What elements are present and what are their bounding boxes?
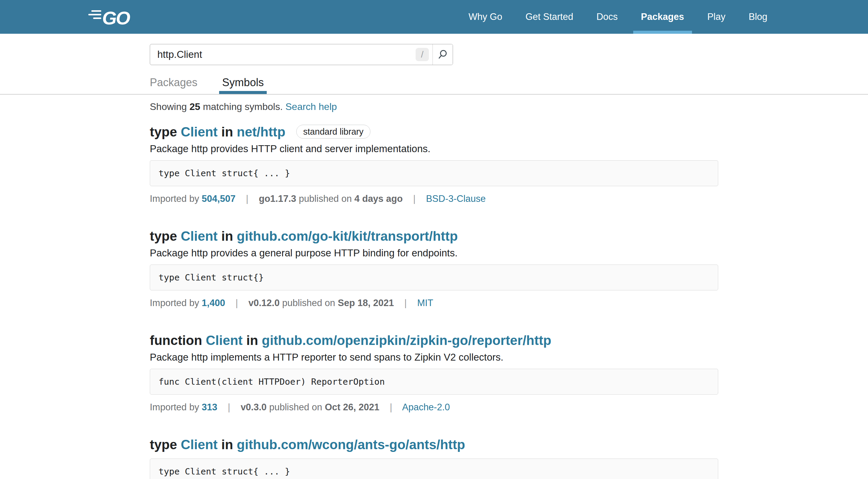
imported-by-label: Imported by (150, 402, 199, 412)
symbol-kind: type (150, 437, 177, 452)
tab-active-underline (219, 91, 267, 94)
symbol-kind: function (150, 333, 202, 348)
tab-packages[interactable]: Packages (150, 76, 197, 94)
main-nav: Why Go Get Started Docs Packages Play Bl… (461, 0, 775, 34)
nav-item-packages[interactable]: Packages (633, 0, 692, 34)
result-meta: Imported by 1,400 | v0.12.0 published on… (150, 297, 718, 309)
code-snippet: type Client struct{ ... } (150, 160, 718, 186)
imported-by-count-link[interactable]: 504,507 (202, 193, 236, 204)
published-on-label: published on (299, 193, 352, 204)
symbol-kind: type (150, 124, 177, 139)
published-on-label: published on (269, 402, 322, 412)
result-heading: function Client in github.com/openzipkin… (150, 332, 718, 349)
connector: in (221, 124, 233, 139)
meta-separator: | (246, 193, 248, 204)
status-mid: matching symbols. (203, 101, 283, 112)
site-header: GO Why Go Get Started Docs Packages Play… (0, 0, 868, 34)
license-link[interactable]: Apache-2.0 (402, 402, 450, 412)
search-result: type Client in net/http standard library… (150, 124, 718, 205)
results-list: type Client in net/http standard library… (150, 124, 718, 479)
search-result: type Client in github.com/wcong/ants-go/… (150, 436, 718, 479)
imported-by-count-link[interactable]: 313 (202, 402, 217, 412)
package-link[interactable]: github.com/openzipkin/zipkin-go/reporter… (262, 333, 552, 348)
nav-active-underline (633, 31, 692, 34)
published-on-label: published on (282, 298, 335, 308)
published-date: Oct 26, 2021 (325, 402, 379, 412)
nav-item-why-go[interactable]: Why Go (461, 0, 510, 34)
result-heading: type Client in github.com/wcong/ants-go/… (150, 436, 718, 453)
license-link[interactable]: BSD-3-Clause (426, 193, 486, 204)
result-meta: Imported by 313 | v0.3.0 published on Oc… (150, 401, 718, 413)
version-label: go1.17.3 (259, 193, 296, 204)
svg-text:GO: GO (102, 7, 130, 27)
result-description: Package http provides HTTP client and se… (150, 142, 718, 155)
go-logo[interactable]: GO (88, 7, 137, 27)
symbol-link[interactable]: Client (206, 333, 243, 348)
symbol-link[interactable]: Client (181, 437, 218, 452)
tabs-divider (0, 94, 868, 95)
symbol-link[interactable]: Client (181, 229, 218, 244)
meta-separator: | (236, 298, 238, 308)
symbol-link[interactable]: Client (181, 124, 218, 139)
connector: in (221, 437, 233, 452)
result-heading: type Client in net/http standard library (150, 124, 718, 140)
meta-separator: | (404, 298, 407, 308)
package-link[interactable]: github.com/go-kit/kit/transport/http (237, 229, 458, 244)
go-logo-icon: GO (88, 7, 137, 27)
published-date: Sep 18, 2021 (338, 298, 394, 308)
standard-library-badge: standard library (296, 125, 370, 138)
search-icon (438, 50, 448, 60)
search-input[interactable] (150, 44, 415, 65)
nav-item-play[interactable]: Play (700, 0, 733, 34)
result-description: Package http implements a HTTP reporter … (150, 351, 718, 364)
imported-by-label: Imported by (150, 298, 199, 308)
result-heading: type Client in github.com/go-kit/kit/tra… (150, 228, 718, 245)
license-link[interactable]: MIT (417, 298, 433, 308)
package-link[interactable]: net/http (237, 124, 285, 139)
result-count: 25 (190, 101, 200, 112)
search-result: type Client in github.com/go-kit/kit/tra… (150, 228, 718, 309)
keyboard-shortcut-hint: / (415, 48, 429, 61)
search-box: / (150, 44, 453, 65)
nav-item-docs[interactable]: Docs (589, 0, 626, 34)
code-snippet: type Client struct{ ... } (150, 458, 718, 479)
code-snippet: func Client(client HTTPDoer) ReporterOpt… (150, 369, 718, 395)
result-description: Package http provides a general purpose … (150, 247, 718, 260)
search-help-link[interactable]: Search help (285, 101, 337, 112)
search-result: function Client in github.com/openzipkin… (150, 332, 718, 413)
nav-item-blog[interactable]: Blog (741, 0, 775, 34)
nav-item-get-started[interactable]: Get Started (518, 0, 581, 34)
search-button[interactable] (433, 44, 453, 65)
result-meta: Imported by 504,507 | go1.17.3 published… (150, 193, 718, 205)
search-row: / (150, 34, 718, 65)
code-snippet: type Client struct{} (150, 264, 718, 290)
published-date: 4 days ago (354, 193, 403, 204)
version-label: v0.3.0 (241, 402, 267, 412)
result-tabs: Packages Symbols (150, 76, 718, 94)
meta-separator: | (228, 402, 230, 412)
meta-separator: | (413, 193, 415, 204)
symbol-kind: type (150, 229, 177, 244)
status-line: Showing 25 matching symbols. Search help (150, 101, 718, 113)
imported-by-label: Imported by (150, 193, 199, 204)
version-label: v0.12.0 (248, 298, 279, 308)
tab-symbols[interactable]: Symbols (222, 76, 264, 94)
package-link[interactable]: github.com/wcong/ants-go/ants/http (237, 437, 465, 452)
imported-by-count-link[interactable]: 1,400 (202, 298, 225, 308)
status-prefix: Showing (150, 101, 187, 112)
connector: in (246, 333, 258, 348)
connector: in (221, 229, 233, 244)
meta-separator: | (390, 402, 392, 412)
